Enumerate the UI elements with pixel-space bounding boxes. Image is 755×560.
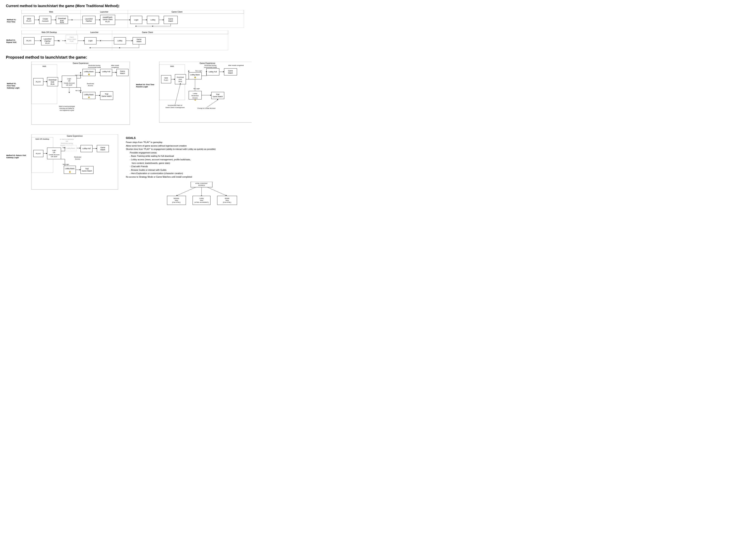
svg-marker-193 bbox=[223, 71, 224, 73]
svg-text:View: View bbox=[225, 199, 229, 201]
svg-text:Game: Game bbox=[168, 18, 173, 20]
svg-text:Launcher/: Launcher/ bbox=[85, 18, 93, 20]
svg-text:SOURCE: SOURCE bbox=[198, 184, 205, 186]
svg-text:Account: Account bbox=[42, 20, 48, 22]
svg-text:OR SKIP: OR SKIP bbox=[51, 156, 57, 158]
svg-marker-167 bbox=[68, 92, 70, 93]
svg-text:Game: Game bbox=[100, 146, 105, 148]
svg-rect-49 bbox=[164, 16, 178, 24]
svg-line-218 bbox=[175, 84, 180, 105]
svg-text:View: View bbox=[175, 199, 178, 201]
method2-return-area: Game Expereince IF PATCH NEEDED OR Restr… bbox=[6, 134, 120, 207]
svg-text:Restricted: Restricted bbox=[74, 156, 81, 158]
svg-marker-97 bbox=[132, 40, 133, 41]
svg-text:HTML CONTENT: HTML CONTENT bbox=[196, 182, 208, 184]
svg-text:Game Match: Game Match bbox=[82, 170, 92, 172]
goals-text: Fewer steps from "PLAY" to gameplay Allo… bbox=[126, 141, 246, 179]
svg-text:non-registered to grief: non-registered to grief bbox=[60, 109, 74, 111]
svg-marker-185 bbox=[188, 71, 189, 72]
svg-text:Web: Web bbox=[42, 65, 46, 67]
svg-text:Lobby Full: Lobby Full bbox=[102, 71, 110, 73]
method2-return-diagram: Game Expereince IF PATCH NEEDED OR Restr… bbox=[6, 134, 120, 193]
svg-text:No Login: No Login bbox=[76, 90, 82, 92]
svg-text:completed: completed bbox=[111, 66, 119, 68]
svg-text:Create Account: Create Account bbox=[49, 154, 60, 156]
svg-text:Prompt to Create Account: Prompt to Create Account bbox=[198, 107, 216, 109]
html-content-diagram: HTML CONTENT SOURCE Website View (Full H… bbox=[165, 182, 240, 207]
svg-text:PLAY!: PLAY! bbox=[36, 81, 41, 83]
svg-marker-48 bbox=[163, 19, 164, 20]
svg-text:Website: Website bbox=[174, 198, 179, 199]
svg-text:PLAY: PLAY bbox=[105, 21, 110, 23]
svg-marker-117 bbox=[46, 81, 47, 82]
svg-text:PLAY!: PLAY! bbox=[164, 79, 168, 81]
svg-text:First Time: First Time bbox=[7, 21, 15, 23]
svg-text:Lobby: Lobby bbox=[150, 19, 156, 21]
svg-marker-73 bbox=[40, 40, 41, 41]
svg-text:IF: IF bbox=[59, 40, 60, 42]
svg-line-278 bbox=[207, 187, 226, 196]
svg-text:PLAY!: PLAY! bbox=[26, 20, 32, 22]
method1-repeat-diagram: Web OR Desktop Launcher Game Client Meth… bbox=[6, 31, 246, 51]
svg-marker-212 bbox=[210, 95, 211, 96]
svg-text:RUN: RUN bbox=[179, 81, 182, 82]
svg-marker-17 bbox=[38, 19, 39, 20]
svg-text:Match: Match bbox=[137, 41, 142, 42]
svg-text:Method #2-: Method #2- bbox=[7, 83, 16, 85]
svg-text:(HTML via WebKit?): (HTML via WebKit?) bbox=[195, 201, 209, 203]
svg-marker-159 bbox=[99, 95, 100, 96]
svg-text:Yes Login: Yes Login bbox=[75, 74, 82, 76]
svg-text:🔒: 🔒 bbox=[194, 98, 197, 101]
page-title: Current method to launch/start the game … bbox=[6, 4, 246, 8]
svg-text:Launcher: Launcher bbox=[100, 11, 108, 13]
svg-text:No Login: No Login bbox=[63, 163, 69, 165]
method3-first-diagram: Method #3- First Time Passive Login Game… bbox=[136, 62, 252, 133]
svg-text:OR: OR bbox=[68, 80, 70, 82]
svg-marker-105 bbox=[89, 47, 90, 48]
svg-text:🔒: 🔒 bbox=[88, 96, 90, 98]
svg-text:Lobby Basic: Lobby Basic bbox=[84, 71, 94, 73]
svg-marker-44 bbox=[146, 19, 147, 20]
svg-text:No Login: No Login bbox=[193, 88, 200, 89]
svg-text:PLAY!: PLAY! bbox=[26, 40, 32, 42]
svg-rect-29 bbox=[83, 16, 95, 24]
svg-text:PLAY!: PLAY! bbox=[36, 153, 41, 155]
svg-marker-33 bbox=[99, 19, 100, 20]
svg-text:Patcher: Patcher bbox=[44, 40, 50, 42]
svg-text:EXE: EXE bbox=[179, 79, 182, 80]
svg-text:Login: Login bbox=[88, 40, 93, 42]
method1-first-diagram: Web Launcher Game Client Method #1- Firs… bbox=[6, 10, 246, 30]
svg-text:Game Client: Game Client bbox=[67, 38, 76, 40]
svg-marker-145 bbox=[116, 72, 117, 73]
svg-text:Lobby Basic: Lobby Basic bbox=[84, 94, 94, 96]
svg-rect-0 bbox=[22, 10, 244, 14]
svg-text:Trial: Trial bbox=[105, 93, 108, 95]
svg-text:Web OR Desktop: Web OR Desktop bbox=[41, 31, 57, 34]
svg-rect-13 bbox=[24, 16, 35, 24]
svg-text:Login: Login bbox=[67, 78, 71, 80]
svg-marker-22 bbox=[55, 19, 56, 20]
svg-marker-264 bbox=[80, 169, 81, 171]
svg-text:Lobby Basic: Lobby Basic bbox=[190, 74, 200, 76]
svg-text:RUN: RUN bbox=[60, 21, 64, 23]
svg-text:Gateway Login: Gateway Login bbox=[7, 87, 19, 89]
svg-text:Download: Download bbox=[177, 76, 184, 78]
svg-text:Game Match: Game Match bbox=[212, 96, 223, 98]
svg-text:After install completed: After install completed bbox=[228, 64, 244, 66]
svg-text:IF PATCH NEEDED: IF PATCH NEEDED bbox=[60, 139, 74, 140]
svg-text:Match: Match bbox=[120, 73, 125, 74]
svg-text:Repeat Visit: Repeat Visit bbox=[6, 41, 16, 43]
svg-text:Restricted during: Restricted during bbox=[61, 142, 73, 144]
svg-text:Access: Access bbox=[88, 85, 93, 86]
svg-text:Game: Game bbox=[137, 38, 142, 40]
svg-text:🔒: 🔒 bbox=[194, 76, 197, 78]
svg-text:Restricted: Restricted bbox=[191, 95, 199, 97]
svg-text:Method #1-: Method #1- bbox=[7, 19, 16, 21]
svg-text:Incremental Install: Incremental Install bbox=[88, 66, 101, 68]
svg-text:WEB: WEB bbox=[164, 77, 168, 79]
svg-text:Lobby Basic: Lobby Basic bbox=[65, 167, 75, 169]
svg-marker-246 bbox=[80, 147, 81, 149]
svg-text:Method #2- Return Visit: Method #2- Return Visit bbox=[6, 155, 26, 156]
svg-text:Launcher: Launcher bbox=[90, 31, 99, 34]
svg-rect-170 bbox=[159, 62, 252, 123]
